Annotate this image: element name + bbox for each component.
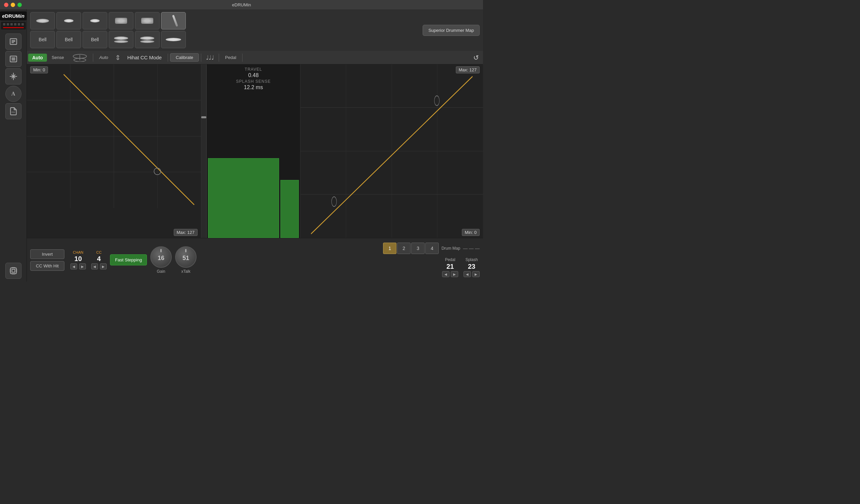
bell-label-3: Bell: [91, 37, 99, 42]
dot: [14, 23, 16, 26]
right-controls: 1 2 3 4 Drum Map — — — Pedal 21 ◀: [383, 242, 479, 277]
drum-grid: Bell Bell Bell: [27, 10, 483, 51]
bottombar: Invert CC With Hit CHAN 10 ◀ ▶ CC 4: [27, 238, 483, 281]
splash-stepper: ◀ ▶: [463, 271, 479, 277]
splash-value: 23: [468, 263, 475, 270]
sidebar-btn-auto[interactable]: A: [5, 86, 22, 102]
pad-snare-1[interactable]: [109, 12, 133, 29]
pedal-up-arrow[interactable]: ▶: [451, 271, 458, 277]
pad-active[interactable]: [161, 12, 186, 29]
pad-ride[interactable]: [161, 31, 186, 48]
chan-cc-section: CHAN 10 ◀ ▶ CC 4 ◀ ▶: [70, 250, 107, 269]
red-bar: [3, 27, 24, 28]
splash-label: Splash: [465, 257, 478, 262]
superior-drummer-btn[interactable]: Superior Drummer Map: [422, 25, 479, 36]
cc-up-arrow[interactable]: ▶: [100, 263, 107, 269]
svg-point-47: [434, 96, 440, 106]
window-title: eDRUMin: [232, 2, 251, 8]
page-buttons: 1 2 3 4: [383, 242, 439, 254]
splash-down-arrow[interactable]: ◀: [463, 271, 471, 277]
main-container: e DRUM in: [0, 10, 483, 281]
splash-sense-value: 12.2 ms: [244, 85, 263, 90]
pad-bell-1[interactable]: Bell: [30, 31, 55, 48]
gain-knob-value: 16: [158, 255, 164, 262]
curve-editor-left[interactable]: Min: 0 Max: 127: [27, 64, 201, 238]
gain-section: 16 Gain: [150, 246, 172, 274]
xtalk-section: 51 xTalk: [175, 246, 197, 274]
tab-sense[interactable]: Sense: [48, 54, 68, 61]
maximize-button[interactable]: [17, 3, 22, 7]
gain-knob[interactable]: 16: [150, 246, 172, 268]
sidebar-btn-pdf[interactable]: PDF: [5, 103, 22, 119]
traffic-lights: [4, 3, 22, 7]
content: Bell Bell Bell: [27, 10, 483, 281]
pedal-group: Pedal 21 ◀ ▶: [442, 257, 458, 277]
tab-separator-5: [242, 54, 243, 62]
curve-left-max: Max: 127: [174, 229, 198, 236]
travel-value: 0.48: [248, 72, 259, 78]
refresh-btn[interactable]: ↺: [471, 53, 482, 62]
dot: [7, 23, 9, 26]
pad-hihat-2[interactable]: [135, 31, 160, 48]
curve-editor-right[interactable]: Max: 127 Min: 0: [301, 64, 483, 238]
sidebar-btn-list[interactable]: [5, 33, 22, 49]
svg-rect-14: [10, 268, 16, 273]
pad-hihat-1[interactable]: [109, 31, 133, 48]
pedal-down-arrow[interactable]: ◀: [442, 271, 449, 277]
svg-line-37: [64, 74, 194, 205]
splash-up-arrow[interactable]: ▶: [472, 271, 479, 277]
page-btn-1[interactable]: 1: [383, 242, 397, 254]
chan-group: CHAN 10 ◀ ▶: [70, 250, 86, 269]
stick-icon: [172, 15, 178, 27]
fast-stepping-btn[interactable]: Fast Stepping: [110, 254, 147, 265]
middle-section: Min: 0 Max: 127: [27, 64, 483, 238]
tab-auto[interactable]: Auto: [28, 54, 47, 62]
tab-pedal[interactable]: Pedal: [221, 54, 240, 61]
hihat-icon: [114, 36, 128, 43]
chan-up-arrow[interactable]: ▶: [79, 263, 86, 269]
invert-btn[interactable]: Invert: [30, 249, 64, 259]
cymbal-icon: [36, 19, 49, 23]
pad-cymbal-3[interactable]: [83, 12, 108, 29]
tab-hihat-cc[interactable]: Hihat CC Mode: [124, 53, 166, 62]
tab-separator: [93, 54, 93, 62]
snare-icon-2: [141, 18, 153, 24]
pedal-value: 21: [446, 263, 454, 270]
green-bar-right: [281, 180, 299, 238]
pad-bell-3[interactable]: Bell: [83, 31, 108, 48]
cymbal-small-icon-2: [90, 19, 100, 23]
page-btn-4[interactable]: 4: [425, 242, 439, 254]
close-button[interactable]: [4, 3, 9, 7]
notes-icon: ♩♩♩: [203, 54, 217, 61]
cc-with-hit-btn[interactable]: CC With Hit: [30, 261, 64, 271]
tab-separator-3: [201, 54, 201, 62]
sidebar-btn-notes[interactable]: [5, 51, 22, 67]
page-btn-3[interactable]: 3: [411, 242, 425, 254]
xtalk-knob[interactable]: 51: [175, 246, 197, 268]
minimize-button[interactable]: [11, 3, 15, 7]
cc-down-arrow[interactable]: ◀: [91, 263, 98, 269]
chan-down-arrow[interactable]: ◀: [70, 263, 77, 269]
hihat-icon-2: [140, 36, 154, 43]
dot: [18, 23, 20, 26]
pedal-label: Pedal: [445, 257, 456, 262]
vertical-slider[interactable]: [201, 64, 206, 238]
tab-calibrate[interactable]: Calibrate: [170, 53, 199, 62]
pad-cymbal-1[interactable]: [30, 12, 55, 29]
cc-stepper: ◀ ▶: [91, 263, 107, 269]
pad-bell-2[interactable]: Bell: [56, 31, 81, 48]
pad-cymbal-2[interactable]: [56, 12, 81, 29]
page-controls: 1 2 3 4 Drum Map — — —: [383, 242, 479, 254]
dots-panel: [1, 22, 26, 29]
sidebar-btn-routing[interactable]: [5, 68, 22, 85]
pad-snare-2[interactable]: [135, 12, 160, 29]
sidebar-btn-chip[interactable]: [5, 263, 22, 279]
page-btn-2[interactable]: 2: [397, 242, 411, 254]
tab-separator-4: [219, 54, 219, 62]
splash-group: Splash 23 ◀ ▶: [463, 257, 479, 277]
xtalk-label: xTalk: [181, 269, 190, 274]
drum-map-label: Drum Map: [440, 246, 461, 251]
tab-auto-mode[interactable]: Auto: [95, 54, 112, 61]
travel-label: TRAVEL: [245, 67, 262, 72]
bell-label-1: Bell: [39, 37, 46, 42]
